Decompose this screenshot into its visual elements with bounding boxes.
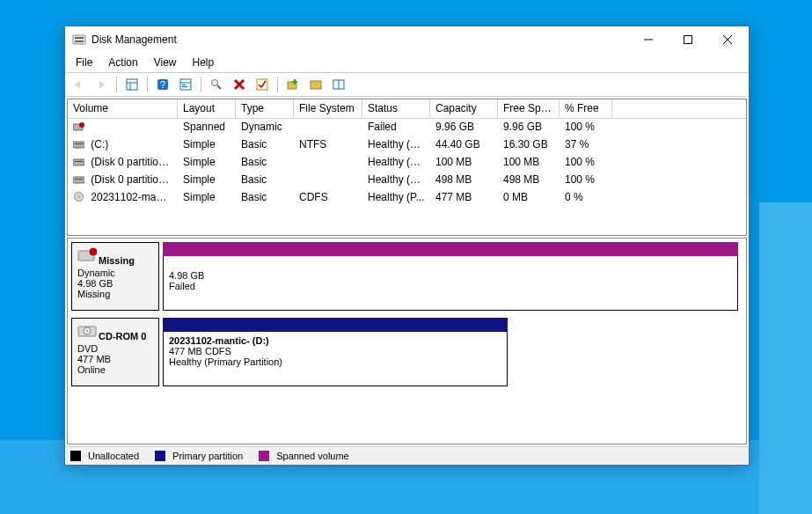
cell-capacity: 9.96 GB	[430, 119, 498, 136]
show-hide-button[interactable]	[122, 75, 142, 94]
cell-capacity: 498 MB	[430, 172, 498, 189]
svg-rect-7	[127, 79, 137, 90]
volume-size-fs: 4.98 GB	[169, 270, 204, 281]
menu-action[interactable]: Action	[101, 55, 144, 70]
svg-rect-2	[75, 40, 84, 42]
new-volume-button[interactable]	[283, 75, 303, 94]
disk-row[interactable]: MissingDynamic4.98 GBMissing4.98 GBFaile…	[71, 242, 743, 311]
toolbar: ?	[65, 72, 749, 97]
minimize-button[interactable]	[628, 27, 668, 52]
svg-point-39	[86, 330, 88, 332]
volume-row[interactable]: (Disk 0 partition 1)SimpleBasicHealthy (…	[68, 154, 746, 172]
check-button[interactable]	[252, 75, 272, 94]
cell-layout: Spanned	[178, 119, 236, 136]
cell-pct: 0 %	[560, 189, 612, 207]
col-type[interactable]: Type	[236, 99, 294, 118]
close-button[interactable]	[707, 27, 747, 52]
disk-state: Missing	[77, 289, 153, 299]
volume-bar[interactable]	[163, 318, 508, 332]
volume-list-header[interactable]: Volume Layout Type File System Status Ca…	[68, 99, 746, 119]
volume-icon	[73, 139, 84, 153]
cell-status: Healthy (R...	[362, 172, 430, 189]
svg-rect-29	[73, 159, 84, 165]
volume-row[interactable]: (C:)SimpleBasicNTFSHealthy (B...44.40 GB…	[68, 136, 746, 154]
volume-status: Failed	[169, 281, 195, 291]
cell-layout: Simple	[178, 154, 236, 172]
maximize-button[interactable]	[668, 27, 707, 52]
volume-size-fs: 477 MB CDFS	[169, 346, 231, 356]
properties-button[interactable]	[176, 75, 195, 94]
svg-rect-27	[73, 142, 84, 148]
col-layout[interactable]: Layout	[178, 99, 236, 118]
delete-button[interactable]	[230, 75, 249, 94]
disk-size: 477 MB	[77, 354, 153, 364]
disk-volume-area[interactable]: 20231102-mantic- (D:)477 MB CDFSHealthy …	[163, 318, 508, 386]
cell-layout: Simple	[178, 136, 236, 154]
help-button[interactable]: ?	[153, 75, 172, 94]
legend-primary-label: Primary partition	[172, 451, 243, 461]
cell-type: Basic	[236, 189, 294, 207]
menubar: File Action View Help	[65, 53, 749, 72]
col-status[interactable]: Status	[362, 99, 430, 118]
volume-row[interactable]: (Disk 0 partition 4)SimpleBasicHealthy (…	[68, 172, 746, 189]
col-free[interactable]: Free Spa...	[498, 99, 560, 118]
volume-button[interactable]	[306, 75, 326, 94]
volume-name: (Disk 0 partition 1)	[88, 156, 177, 168]
col-capacity[interactable]: Capacity	[430, 99, 498, 118]
cell-layout: Simple	[178, 189, 236, 207]
menu-view[interactable]: View	[147, 55, 184, 70]
col-pct[interactable]: % Free	[560, 99, 612, 118]
disk-info[interactable]: MissingDynamic4.98 GBMissing	[71, 242, 159, 311]
cell-fs	[294, 172, 362, 189]
volume-bar[interactable]	[163, 242, 738, 256]
cell-pct: 100 %	[560, 119, 612, 136]
disk-row[interactable]: CD-ROM 0DVD477 MBOnline20231102-mantic- …	[71, 318, 743, 386]
volume-row[interactable]: 20231102-mantic- ...SimpleBasicCDFSHealt…	[68, 189, 746, 207]
volume-icon	[73, 174, 84, 188]
volume-body[interactable]: 20231102-mantic- (D:)477 MB CDFSHealthy …	[163, 332, 508, 386]
cell-free: 0 MB	[498, 189, 560, 207]
graphical-view[interactable]: MissingDynamic4.98 GBMissing4.98 GBFaile…	[67, 238, 747, 444]
svg-point-36	[90, 248, 97, 255]
col-fs[interactable]: File System	[294, 99, 362, 118]
volume-body[interactable]: 4.98 GBFailed	[163, 256, 738, 311]
volume-list[interactable]: Volume Layout Type File System Status Ca…	[67, 99, 747, 236]
svg-rect-32	[75, 179, 83, 180]
legend-primary: Primary partition	[155, 451, 243, 461]
cell-free: 100 MB	[498, 154, 560, 172]
legend-unallocated-label: Unallocated	[88, 451, 139, 461]
col-volume[interactable]: Volume	[68, 99, 178, 118]
layout-button[interactable]	[329, 75, 348, 94]
svg-line-17	[217, 85, 221, 89]
svg-text:?: ?	[160, 80, 165, 90]
cell-free: 16.30 GB	[498, 136, 560, 154]
legend-swatch-spanned	[259, 451, 269, 461]
legend: Unallocated Primary partition Spanned vo…	[65, 446, 749, 465]
disk-volume-area[interactable]: 4.98 GBFailed	[163, 242, 738, 311]
svg-rect-14	[182, 84, 186, 85]
back-button[interactable]	[69, 75, 88, 94]
cell-pct: 37 %	[560, 136, 612, 154]
forward-button[interactable]	[91, 75, 111, 94]
legend-spanned: Spanned volume	[259, 451, 349, 461]
cell-type: Basic	[236, 154, 294, 172]
svg-point-34	[77, 195, 80, 198]
cell-status: Healthy (P...	[362, 189, 430, 207]
disk-size: 4.98 GB	[77, 278, 153, 289]
volume-name: (C:)	[88, 138, 108, 151]
disk-icon: Missing	[77, 246, 153, 266]
svg-rect-15	[182, 86, 187, 87]
find-button[interactable]	[207, 75, 226, 94]
volume-name: 20231102-mantic- ...	[88, 191, 178, 203]
menu-file[interactable]: File	[69, 55, 99, 70]
volume-row[interactable]: SpannedDynamicFailed9.96 GB9.96 GB100 %	[68, 119, 746, 136]
cell-free: 9.96 GB	[498, 119, 560, 136]
cell-type: Dynamic	[236, 119, 294, 136]
cell-pct: 100 %	[560, 172, 612, 189]
menu-help[interactable]: Help	[186, 55, 222, 70]
titlebar[interactable]: Disk Management	[65, 26, 749, 53]
volume-icon	[73, 121, 84, 136]
disk-info[interactable]: CD-ROM 0DVD477 MBOnline	[71, 318, 159, 386]
cell-layout: Simple	[178, 172, 236, 189]
disk-management-window: Disk Management File Action View Help	[64, 26, 750, 466]
